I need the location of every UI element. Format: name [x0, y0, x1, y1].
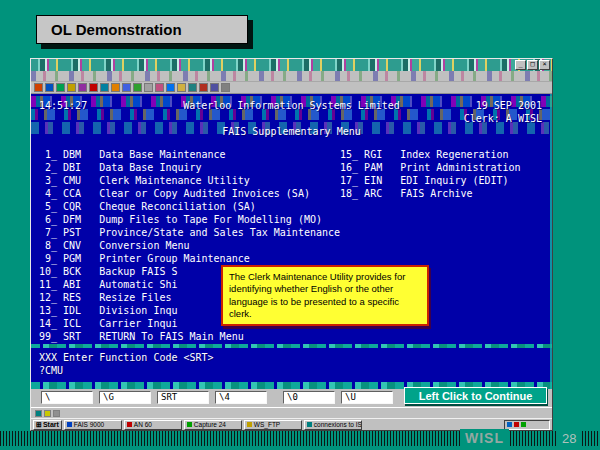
taskbar-app-button[interactable]: AN 60	[124, 420, 182, 430]
window-statusbar	[31, 407, 552, 418]
footer-barcode	[0, 431, 600, 446]
menu-line: 1_ DBM Data Base Maintenance 15_ RGI Ind…	[39, 148, 521, 161]
function-key-field[interactable]: \	[41, 391, 93, 404]
slide-title-box: OL Demonstration	[36, 15, 248, 44]
toolbar-icon[interactable]	[78, 83, 87, 92]
divider-line	[31, 344, 552, 348]
tray-icon[interactable]	[521, 422, 526, 427]
app-icon	[307, 422, 312, 427]
terminal-command-input[interactable]: ?CMU	[39, 365, 63, 376]
taskbar-items: FAIS 9000AN 60Capture 24WS_FTPconnexions…	[64, 420, 362, 430]
callout-tooltip: The Clerk Maintenance Utility provides f…	[221, 265, 429, 326]
toolbar-icon[interactable]	[221, 83, 230, 92]
system-tray[interactable]	[504, 420, 550, 430]
taskbar-app-label: AN 60	[134, 421, 152, 429]
menu-line: 7_ PST Province/State and Sales Tax Main…	[39, 226, 521, 239]
taskbar-app-button[interactable]: FAIS 9000	[64, 420, 122, 430]
menu-line: 9_ PGM Printer Group Maintenance	[39, 252, 521, 265]
toolbar-icon[interactable]	[56, 83, 65, 92]
terminal-company: Waterloo Information Systems Limited	[31, 100, 552, 111]
taskbar-app-label: connexions to IS	[314, 421, 362, 429]
start-label: Start	[43, 421, 59, 429]
terminal-clerk: Clerk: A WISL	[464, 113, 542, 124]
menu-line: 6_ DFM Dump Files to Tape For Modelling …	[39, 213, 521, 226]
toolbar-icon[interactable]	[177, 83, 186, 92]
taskbar-app-label: WS_FTP	[254, 421, 280, 429]
toolbar-icon[interactable]	[144, 83, 153, 92]
toolbar-icon[interactable]	[210, 83, 219, 92]
close-icon[interactable]: ×	[539, 60, 550, 70]
function-key-field[interactable]: \U	[341, 391, 393, 404]
application-window: _ □ × 14:51:27 Waterloo Information Syst…	[30, 58, 553, 431]
status-indicator-icon	[53, 410, 60, 417]
status-indicator-icon	[44, 410, 51, 417]
window-titlebar[interactable]: _ □ ×	[31, 59, 552, 71]
menu-line: 8_ CNV Conversion Menu	[39, 239, 521, 252]
toolbar-icon[interactable]	[188, 83, 197, 92]
terminal-date: 19 SEP 2001	[476, 100, 542, 111]
menu-line: 4_ CCA Clear or Copy Audited Invoices (S…	[39, 187, 521, 200]
function-key-field[interactable]: \G	[99, 391, 151, 404]
footer-brand: WISL	[460, 429, 509, 447]
tray-icon[interactable]	[514, 422, 519, 427]
toolbar-icon[interactable]	[122, 83, 131, 92]
app-icon	[247, 422, 252, 427]
terminal-edge-artifact	[550, 94, 552, 389]
window-controls: _ □ ×	[514, 60, 550, 70]
taskbar-app-button[interactable]: Capture 24	[184, 420, 242, 430]
toolbar-icon[interactable]	[34, 83, 43, 92]
toolbar-icon[interactable]	[155, 83, 164, 92]
toolbar-icon[interactable]	[199, 83, 208, 92]
presentation-slide: OL Demonstration _ □ × 14:51:27 Waterloo…	[0, 0, 600, 450]
taskbar-app-button[interactable]: connexions to IS	[304, 420, 362, 430]
menu-line: 5_ CQR Cheque Reconciliation (SA)	[39, 200, 521, 213]
menubar-garbled[interactable]	[31, 71, 552, 82]
taskbar-app-label: FAIS 9000	[74, 421, 104, 429]
toolbar	[31, 82, 552, 94]
function-key-field[interactable]: \4	[215, 391, 267, 404]
function-key-field[interactable]: \0	[283, 391, 335, 404]
start-button[interactable]: ⊞ Start	[33, 420, 62, 430]
terminal-screen[interactable]: 14:51:27 Waterloo Information Systems Li…	[31, 94, 552, 389]
toolbar-icon[interactable]	[45, 83, 54, 92]
menu-line: 3_ CMU Clerk Maintenance Utility 17_ EIN…	[39, 174, 521, 187]
app-icon	[187, 422, 192, 427]
maximize-icon[interactable]: □	[527, 60, 538, 70]
toolbar-icon[interactable]	[166, 83, 175, 92]
tray-icon[interactable]	[507, 422, 512, 427]
app-icon	[127, 422, 132, 427]
taskbar-app-button[interactable]: WS_FTP	[244, 420, 302, 430]
toolbar-icon[interactable]	[100, 83, 109, 92]
taskbar-app-label: Capture 24	[194, 421, 226, 429]
windows-logo-icon: ⊞	[36, 421, 42, 429]
menu-line: 99_ SRT RETURN To FAIS Main Menu	[39, 330, 521, 343]
minimize-icon[interactable]: _	[515, 60, 526, 70]
menu-line: 2_ DBI Data Base Inquiry 16_ PAM Print A…	[39, 161, 521, 174]
toolbar-icon[interactable]	[89, 83, 98, 92]
toolbar-icon[interactable]	[67, 83, 76, 92]
terminal-prompt: XXX Enter Function Code <SRT>	[39, 352, 214, 363]
page-number: 28	[558, 430, 580, 447]
slide-title: OL Demonstration	[51, 21, 182, 38]
status-indicator-icon	[35, 410, 42, 417]
toolbar-icon[interactable]	[133, 83, 142, 92]
function-key-field[interactable]: SRT	[157, 391, 209, 404]
continue-button[interactable]: Left Click to Continue	[404, 387, 547, 404]
toolbar-icon[interactable]	[111, 83, 120, 92]
terminal-menu-title: FAIS Supplementary Menu	[31, 126, 552, 137]
app-icon	[67, 422, 72, 427]
